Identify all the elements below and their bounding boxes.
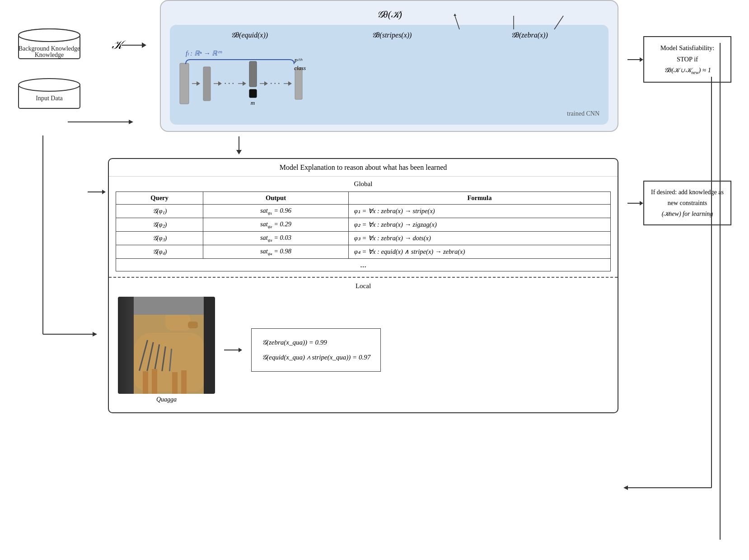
- table-row: 𝒢(φ₁) satφ₁ = 0.96 φ₁ = ∀x : zebra(x) → …: [116, 205, 611, 218]
- explanation-box: Model Explanation to reason about what h…: [108, 158, 618, 413]
- svg-marker-17: [243, 81, 246, 86]
- cnn-label-stripes: 𝒢θ(stripes(x)): [371, 31, 412, 39]
- trained-cnn-label: trained CNN: [179, 110, 599, 117]
- col-header-formula: Formula: [348, 192, 610, 205]
- quagga-label: Quagga: [156, 396, 177, 403]
- svg-rect-10: [180, 63, 189, 104]
- svg-marker-23: [288, 81, 292, 86]
- f-label: fₗ : ℝⁿ → ℝᵐ: [186, 49, 221, 57]
- knowledge-box: If desired: add knowledge as new constra…: [643, 181, 731, 225]
- table-row: 𝒢(φ₃) satφ₃ = 0.03 φ₃ = ∀x : zebra(x) → …: [116, 231, 611, 245]
- local-section: Local: [109, 278, 618, 412]
- quagga-image: [118, 297, 215, 394]
- table-row: 𝒢(φ₂) satφ₂ = 0.29 φ₂ = ∀x : zebra(x) → …: [116, 218, 611, 231]
- svg-point-6: [19, 79, 80, 91]
- table-dots-row: ...: [116, 258, 611, 271]
- local-label: Local: [116, 282, 611, 290]
- svg-marker-36: [102, 190, 106, 194]
- cnn-inner-box: 𝒢θ(equid(x)) 𝒢θ(stripes(x)) 𝒢θ(zebra(x))…: [170, 25, 609, 125]
- svg-marker-44: [623, 485, 628, 490]
- main-diagram: Background Knowledge Knowledge Input Dat…: [18, 0, 731, 413]
- svg-marker-15: [218, 81, 222, 86]
- svg-marker-9: [142, 42, 146, 48]
- svg-marker-21: [264, 81, 268, 86]
- svg-rect-19: [249, 89, 257, 98]
- k-symbol: 𝒦: [112, 38, 146, 52]
- svg-text:Background Knowledge: Background Knowledge: [19, 45, 80, 52]
- svg-marker-38: [239, 348, 242, 352]
- svg-point-2: [19, 29, 80, 42]
- cnn-outer-title: 𝒢θ(𝒦): [170, 9, 609, 20]
- cnn-outer-box: 𝒢θ(𝒦) 𝒢θ(equid(x)) 𝒢θ(stripes(x)) 𝒢θ(zeb…: [160, 0, 618, 132]
- svg-text:Knowledge: Knowledge: [35, 51, 64, 58]
- svg-marker-32: [640, 57, 643, 62]
- local-formulas: 𝒢(zebra(x_qua)) = 0.99 𝒢(equid(x_qua) ∧ …: [251, 328, 381, 372]
- explanation-title: Model Explanation to reason about what h…: [109, 159, 618, 177]
- m-label: m: [251, 99, 255, 107]
- svg-marker-34: [236, 150, 242, 154]
- col-header-output: Output: [203, 192, 349, 205]
- global-section: Global Query Output Formula 𝒢(φ₁) satφ₁ …: [109, 177, 618, 278]
- global-label: Global: [116, 180, 611, 188]
- sat-box: Model Satisfiability: STOP if 𝒢θ(𝒦 ∪ 𝒦ne…: [643, 36, 731, 83]
- svg-rect-13: [203, 67, 211, 101]
- svg-marker-12: [197, 81, 200, 86]
- svg-text:Input Data: Input Data: [36, 95, 63, 102]
- svg-rect-24: [295, 68, 302, 99]
- cnn-label-equid: 𝒢θ(equid(x)): [230, 31, 268, 39]
- svg-marker-40: [640, 201, 643, 205]
- input-data-cylinder: Input Data: [18, 77, 144, 113]
- formula-table: Query Output Formula 𝒢(φ₁) satφ₁ = 0.96 …: [116, 191, 611, 271]
- table-row: 𝒢(φ₄) satφ₄ = 0.98 φ₄ = ∀x : equid(x) ∧ …: [116, 245, 611, 258]
- cnn-label-zebra: 𝒢θ(zebra(x)): [510, 31, 548, 39]
- col-header-query: Query: [116, 192, 203, 205]
